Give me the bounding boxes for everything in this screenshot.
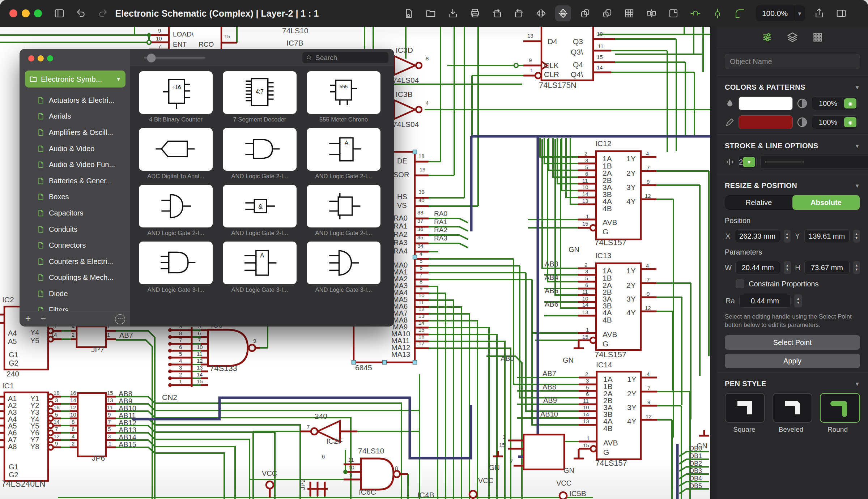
- sidebar-toggle-icon[interactable]: [51, 5, 67, 21]
- grid-tab-icon[interactable]: [812, 31, 824, 43]
- select-point-button[interactable]: Select Point: [725, 335, 860, 350]
- width-field[interactable]: 20.44 mm: [735, 261, 780, 274]
- symbol-card[interactable]: AND Logic Gate 2-I...: [307, 185, 380, 236]
- category-item[interactable]: Filters: [20, 302, 130, 311]
- symbol-thumbnail[interactable]: &: [223, 185, 297, 227]
- slider-knob[interactable]: [147, 54, 156, 63]
- line-style-field[interactable]: P ▲▼: [760, 155, 868, 169]
- object-name-input[interactable]: Object Name: [725, 54, 860, 69]
- gate-ic4b[interactable]: [524, 435, 564, 469]
- symbol-card[interactable]: ADC Digital To Anal...: [139, 128, 213, 180]
- stroke-opacity-field[interactable]: 100%◉: [812, 115, 858, 129]
- fill-opacity-field[interactable]: 100%◉: [812, 97, 858, 110]
- share-icon[interactable]: [811, 5, 827, 21]
- copy-back-icon[interactable]: [599, 5, 615, 21]
- symbol-thumbnail[interactable]: [223, 128, 297, 171]
- copy-front-icon[interactable]: [577, 5, 593, 21]
- fill-opacity-button[interactable]: ◉: [844, 98, 856, 108]
- layers-tab-icon[interactable]: [787, 31, 798, 43]
- add-category-button[interactable]: +: [25, 313, 31, 324]
- x-stepper[interactable]: ▲▼: [784, 230, 791, 243]
- chevron-down-icon[interactable]: ▼: [794, 5, 805, 21]
- height-field[interactable]: 73.67 mm: [804, 261, 850, 274]
- symbol-thumbnail[interactable]: 555: [307, 71, 380, 114]
- y-position-field[interactable]: 139.61 mm: [804, 229, 850, 243]
- symbol-thumbnail[interactable]: ÷16: [139, 71, 213, 114]
- stroke-color-swatch[interactable]: [739, 115, 793, 129]
- y-stepper[interactable]: ▲▼: [853, 230, 860, 243]
- symbol-thumbnail[interactable]: [139, 242, 213, 284]
- connector-corner-icon[interactable]: [732, 5, 748, 21]
- symbol-card[interactable]: AAND Logic Gate 2-I...: [307, 128, 380, 180]
- flip-horizontal-icon[interactable]: [533, 5, 549, 21]
- category-item[interactable]: Boxes: [20, 189, 130, 205]
- style-tab-icon[interactable]: [761, 31, 773, 43]
- palette-zoom-button[interactable]: [47, 55, 53, 61]
- gate-74s133[interactable]: [208, 330, 248, 366]
- stroke-width-field[interactable]: 2▼: [739, 155, 757, 169]
- symbol-card[interactable]: &AND Logic Gate 2-I...: [223, 185, 297, 236]
- stroke-width-dropdown[interactable]: ▼: [743, 157, 755, 167]
- stroke-contrast-icon[interactable]: [796, 116, 808, 128]
- stroke-opacity-button[interactable]: ◉: [844, 117, 856, 127]
- category-item[interactable]: Actuators & Electri...: [20, 92, 130, 108]
- save-download-icon[interactable]: [445, 5, 461, 21]
- ra-field[interactable]: 0.44 mm: [739, 294, 791, 308]
- zoom-window-button[interactable]: [34, 9, 42, 17]
- stroke-line-header[interactable]: STROKE & LINE OPTIONS▼: [725, 142, 860, 150]
- symbol-thumbnail[interactable]: [139, 185, 213, 227]
- symbol-card[interactable]: AND Logic Gate 3-I...: [139, 242, 213, 293]
- table-grid-icon[interactable]: [621, 5, 637, 21]
- page-import-icon[interactable]: [401, 5, 417, 21]
- more-options-button[interactable]: ⋯: [115, 314, 125, 324]
- jumper-jp6[interactable]: [78, 393, 106, 456]
- rotate-left-icon[interactable]: [489, 5, 505, 21]
- symbol-card[interactable]: ÷164 Bit Binary Counter: [139, 71, 213, 123]
- category-item[interactable]: Diode: [20, 286, 130, 302]
- fill-color-swatch[interactable]: [739, 97, 793, 110]
- symbol-thumbnail[interactable]: A: [307, 128, 380, 171]
- resize-position-header[interactable]: RESIZE & POSITION▼: [725, 182, 860, 190]
- symbol-card[interactable]: AND Logic Gate 3-I...: [307, 242, 380, 293]
- symbol-card[interactable]: 4:77 Segment Decoder: [223, 71, 297, 123]
- category-item[interactable]: Counters & Electri...: [20, 253, 130, 270]
- palette-minimize-button[interactable]: [38, 55, 44, 61]
- library-dropdown[interactable]: Electronic Symb... ▼: [25, 71, 125, 88]
- ra-stepper[interactable]: ▲▼: [794, 294, 802, 307]
- thumbnail-size-slider[interactable]: [144, 57, 205, 59]
- minimize-button[interactable]: [22, 9, 30, 17]
- h-stepper[interactable]: ▲▼: [853, 261, 860, 274]
- connector-v-icon[interactable]: [710, 5, 726, 21]
- split-cells-icon[interactable]: [643, 5, 659, 21]
- rotate-right-icon[interactable]: [511, 5, 527, 21]
- close-button[interactable]: [9, 9, 17, 17]
- panel-toggle-icon[interactable]: [833, 5, 849, 21]
- palette-close-button[interactable]: [28, 55, 34, 61]
- symbol-thumbnail[interactable]: [307, 185, 380, 227]
- category-item[interactable]: Connectors: [20, 237, 130, 253]
- pen-style-beveled[interactable]: [773, 393, 813, 423]
- symbol-thumbnail[interactable]: 4:7: [223, 71, 297, 114]
- category-item[interactable]: Couplings & Mech...: [20, 270, 130, 286]
- category-item[interactable]: Capacitors: [20, 205, 130, 221]
- gate-ic6c-nand[interactable]: [361, 459, 393, 490]
- pen-style-header[interactable]: PEN STYLE▼: [725, 380, 860, 388]
- category-item[interactable]: Amplifiers & Oscill...: [20, 124, 130, 141]
- symbol-thumbnail[interactable]: [139, 128, 213, 171]
- colors-patterns-header[interactable]: COLORS & PATTERNS▼: [725, 83, 860, 91]
- crop-frame-icon[interactable]: [665, 5, 681, 21]
- symbol-card[interactable]: AND Logic Gate 2-I...: [223, 128, 297, 180]
- zoom-level-control[interactable]: 100.0%▼: [756, 5, 805, 21]
- folder-open-icon[interactable]: [423, 5, 439, 21]
- jumper-jp7[interactable]: [77, 327, 106, 347]
- w-stepper[interactable]: ▲▼: [784, 261, 791, 274]
- remove-category-button[interactable]: −: [41, 313, 46, 324]
- symbol-thumbnail[interactable]: A: [223, 242, 297, 284]
- printer-icon[interactable]: [467, 5, 483, 21]
- undo-icon[interactable]: [73, 5, 89, 21]
- category-item[interactable]: Batteries & Gener...: [20, 173, 130, 189]
- symbol-card[interactable]: 555555 Meter-Chrono: [307, 71, 380, 123]
- symbol-card[interactable]: AND Logic Gate 2-I...: [139, 185, 213, 236]
- category-item[interactable]: Aerials: [20, 108, 130, 125]
- category-item[interactable]: Conduits: [20, 221, 130, 238]
